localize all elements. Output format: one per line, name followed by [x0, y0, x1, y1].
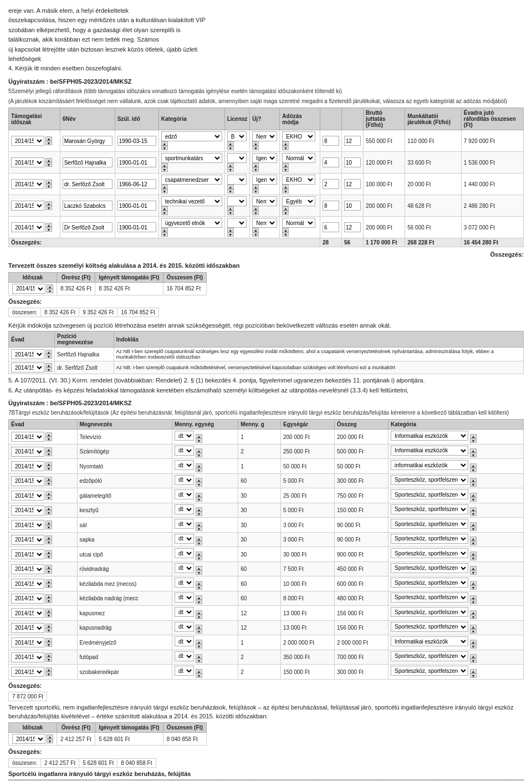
pur-down[interactable]: ▼ — [45, 628, 52, 632]
per-down[interactable]: ▼ — [47, 289, 53, 293]
pur-down[interactable]: ▼ — [45, 540, 52, 544]
cat-up-btn[interactable]: ▲ — [161, 141, 168, 146]
pur-up[interactable]: ▲ — [45, 565, 52, 569]
pos-down[interactable]: ▼ — [45, 354, 52, 359]
cat-down[interactable]: ▼ — [470, 512, 477, 516]
pur-unit-select[interactable]: db — [175, 489, 194, 499]
lic-up-btn[interactable]: ▲ — [227, 206, 234, 211]
pur-year-select[interactable]: 2014/15 — [11, 594, 44, 604]
staff-cat-select[interactable]: ügyvezető elnök — [161, 218, 222, 228]
staff-num1-input[interactable] — [323, 136, 339, 146]
cat-down[interactable]: ▼ — [470, 468, 477, 472]
staff-name-input[interactable] — [63, 222, 112, 232]
pur-unit-select[interactable]: db — [175, 548, 194, 558]
staff-lic-select[interactable]: B — [227, 131, 247, 141]
staff-num1-input[interactable] — [323, 157, 339, 167]
staff-tax-select[interactable]: EKHO — [282, 131, 315, 141]
cat-down-btn[interactable]: ▼ — [161, 146, 168, 150]
staff-new-select[interactable]: Nem — [252, 218, 277, 228]
pur-cat-select[interactable]: Sporteszköz, sportfelszerelés — [391, 607, 468, 617]
cat-up[interactable]: ▲ — [470, 669, 477, 673]
cat-up[interactable]: ▲ — [470, 537, 477, 541]
unit-up[interactable]: ▲ — [196, 478, 202, 482]
pur-up[interactable]: ▲ — [45, 535, 52, 540]
staff-new-select[interactable]: Nem — [252, 131, 277, 141]
pos-up[interactable]: ▲ — [45, 363, 52, 367]
pur-up[interactable]: ▲ — [45, 653, 52, 657]
cat-up-btn[interactable]: ▲ — [161, 228, 168, 232]
pur-cat-select[interactable]: Sporteszköz, sportfelszerelés — [391, 534, 468, 544]
pur-year-select[interactable]: 2014/15 — [11, 652, 44, 662]
cat-down[interactable]: ▼ — [470, 629, 477, 634]
lic-down-btn[interactable]: ▼ — [227, 211, 234, 215]
unit-up[interactable]: ▲ — [196, 448, 202, 453]
year-down-btn[interactable]: ▼ — [45, 184, 52, 188]
pur-year-select[interactable]: 2014/15 — [11, 564, 44, 574]
cat-down[interactable]: ▼ — [470, 527, 477, 531]
pur-up[interactable]: ▲ — [45, 477, 52, 481]
pur-unit-select[interactable]: db — [175, 534, 194, 544]
pur-up[interactable]: ▲ — [45, 609, 52, 613]
tax-up-btn[interactable]: ▲ — [282, 185, 289, 189]
unit-up[interactable]: ▲ — [196, 463, 202, 468]
year-up-btn[interactable]: ▲ — [45, 180, 52, 184]
staff-new-select[interactable]: Nem — [252, 196, 277, 206]
cat-up[interactable]: ▲ — [470, 654, 477, 659]
pur-unit-select[interactable]: db — [175, 607, 194, 617]
pur-down[interactable]: ▼ — [45, 452, 52, 456]
new-down-btn[interactable]: ▼ — [252, 211, 259, 215]
staff-date-input[interactable] — [117, 222, 156, 232]
pos-year-select[interactable]: 2014/15 — [11, 363, 44, 372]
lic-down-btn[interactable]: ▼ — [227, 167, 234, 172]
cat-up[interactable]: ▲ — [470, 610, 477, 615]
cat-up[interactable]: ▲ — [470, 522, 477, 527]
pur-down[interactable]: ▼ — [45, 466, 52, 471]
cat-down[interactable]: ▼ — [470, 497, 477, 502]
pur-year-select[interactable]: 2014/15 — [11, 491, 44, 501]
pur-cat-select[interactable]: Sporteszköz, sportfelszerelés — [391, 475, 468, 485]
sp-down[interactable]: ▼ — [47, 739, 53, 743]
cat-up[interactable]: ▲ — [470, 625, 477, 629]
pur-unit-select[interactable]: db — [175, 593, 194, 603]
cat-up[interactable]: ▲ — [470, 493, 477, 497]
pur-cat-select[interactable]: Informatikai eszközök — [391, 636, 468, 646]
staff-new-select[interactable]: Igen — [252, 175, 277, 185]
new-up-btn[interactable]: ▲ — [252, 141, 259, 146]
staff-lic-select[interactable] — [227, 218, 247, 228]
pur-year-select[interactable]: 2014/15 — [11, 608, 44, 618]
pur-unit-select[interactable]: db — [175, 431, 194, 441]
staff-cat-select[interactable]: csapatmenedzser — [161, 175, 222, 185]
new-up-btn[interactable]: ▲ — [252, 185, 259, 189]
staff-cat-select[interactable]: sportmunkatárs — [161, 153, 222, 163]
staff-date-input[interactable] — [117, 201, 156, 211]
year-up-btn[interactable]: ▲ — [45, 136, 52, 141]
tax-down-btn[interactable]: ▼ — [282, 232, 289, 237]
pur-year-select[interactable]: 2014/15 — [11, 667, 44, 677]
unit-up[interactable]: ▲ — [196, 566, 202, 570]
pos-up[interactable]: ▲ — [45, 350, 52, 354]
unit-down[interactable]: ▼ — [196, 453, 202, 457]
new-down-btn[interactable]: ▼ — [252, 167, 259, 172]
pur-cat-select[interactable]: Sporteszköz, sportfelszerelés — [391, 504, 468, 514]
pur-unit-select[interactable]: db — [175, 636, 194, 646]
staff-lic-select[interactable] — [227, 153, 247, 163]
year-up-btn[interactable]: ▲ — [45, 201, 52, 206]
staff-year-select[interactable]: 2014/15 — [11, 201, 44, 211]
cat-down[interactable]: ▼ — [470, 541, 477, 545]
cat-down[interactable]: ▼ — [470, 556, 477, 560]
cat-up[interactable]: ▲ — [470, 434, 477, 438]
unit-up[interactable]: ▲ — [196, 595, 202, 600]
new-up-btn[interactable]: ▲ — [252, 163, 259, 167]
unit-up[interactable]: ▲ — [196, 610, 202, 615]
tax-down-btn[interactable]: ▼ — [282, 146, 289, 150]
tax-up-btn[interactable]: ▲ — [282, 163, 289, 167]
tax-up-btn[interactable]: ▲ — [282, 206, 289, 211]
staff-num2-input[interactable] — [344, 222, 361, 232]
year-up-btn[interactable]: ▲ — [45, 158, 52, 162]
pur-down[interactable]: ▼ — [45, 511, 52, 515]
pur-year-select[interactable]: 2014/15 — [11, 623, 44, 633]
pur-down[interactable]: ▼ — [45, 569, 52, 574]
pur-year-select[interactable]: 2014/15 — [11, 549, 44, 559]
pur-up[interactable]: ▲ — [45, 579, 52, 584]
pur-cat-select[interactable]: informatikai eszközök — [391, 460, 468, 470]
